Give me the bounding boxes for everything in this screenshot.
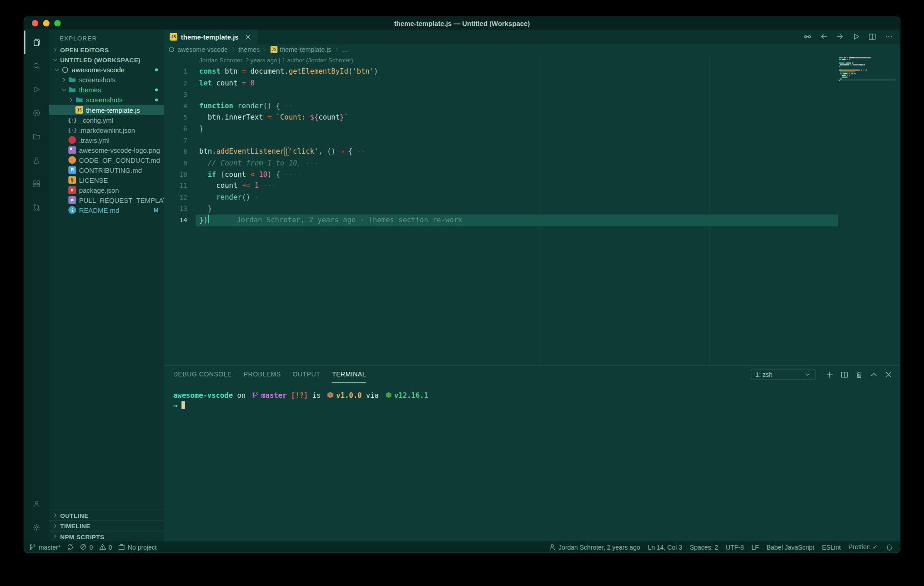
status-jordan-schroter-2-years-ago[interactable]: Jordan Schroter, 2 years ago bbox=[549, 543, 640, 551]
status-spaces-2[interactable]: Spaces: 2 bbox=[690, 543, 718, 551]
status-master[interactable]: master* bbox=[29, 543, 61, 551]
account-activity-button[interactable] bbox=[24, 492, 49, 516]
section-timeline[interactable]: TIMELINE bbox=[49, 520, 164, 531]
status-0[interactable]: 0 bbox=[80, 543, 93, 551]
pull-request-file-icon: ⇄ bbox=[68, 196, 76, 204]
tree-item-contributing-md[interactable]: MCONTRIBUTING.md bbox=[49, 165, 164, 175]
tab-theme-template-js[interactable]: JS theme-template.js bbox=[164, 30, 257, 44]
code-line-4[interactable]: 4function render() { ·· bbox=[164, 100, 900, 112]
split-editor-icon[interactable] bbox=[868, 33, 877, 41]
breadcrumb-theme-template-js[interactable]: JStheme-template.js bbox=[270, 46, 331, 53]
titlebar: theme-template.js — Untitled (Workspace) bbox=[24, 17, 900, 30]
arrow-back-icon[interactable] bbox=[819, 33, 828, 41]
workspace-section[interactable]: UNTITLED (WORKSPACE) bbox=[49, 55, 164, 65]
code-line-10[interactable]: 10 if (count < 10) { ···· bbox=[164, 169, 900, 180]
terminal-select[interactable]: 1: zsh bbox=[751, 369, 816, 380]
code-line-1[interactable]: 1const btn = document.getElementById('bt… bbox=[164, 66, 900, 78]
code-line-12[interactable]: 12 render() · bbox=[164, 192, 900, 203]
code-line-13[interactable]: 13 } bbox=[164, 203, 900, 215]
tree-item-code-of-conduct-md[interactable]: CODE_OF_CONDUCT.md bbox=[49, 155, 164, 165]
status-0[interactable]: 0 bbox=[99, 543, 112, 551]
code-line-5[interactable]: 5 btn.innerText = `Count: ${count}` bbox=[164, 112, 900, 123]
kill-terminal-icon[interactable] bbox=[855, 370, 863, 378]
search-activity-button[interactable] bbox=[24, 54, 49, 78]
minimize-window-button[interactable] bbox=[43, 20, 50, 26]
root-circle-file-icon bbox=[61, 66, 69, 74]
tree-item-theme-template-js[interactable]: JStheme-template.js bbox=[49, 105, 164, 115]
tree-item-package-json[interactable]: npackage.json bbox=[49, 185, 164, 195]
panel-tab-terminal[interactable]: TERMINAL bbox=[332, 366, 366, 383]
account-icon bbox=[32, 500, 40, 508]
more-icon[interactable] bbox=[884, 33, 893, 41]
code-line-3[interactable]: 3 bbox=[164, 89, 900, 100]
code-line-8[interactable]: 8btn.addEventListener('click', () ⇒ { ·· bbox=[164, 146, 900, 158]
settings-gear-activity-button[interactable] bbox=[24, 516, 49, 539]
status-no-project[interactable]: No project bbox=[118, 543, 156, 551]
line-content: })Jordan Schroter, 2 years ago · Themes … bbox=[187, 216, 462, 224]
line-number: 9 bbox=[164, 158, 187, 169]
zoom-window-button[interactable] bbox=[54, 20, 60, 26]
panel-tab-debug-console[interactable]: DEBUG CONSOLE bbox=[173, 366, 232, 383]
breadcrumb-label: theme-template.js bbox=[280, 46, 331, 53]
split-terminal-icon[interactable] bbox=[840, 370, 849, 378]
tree-item-screenshots[interactable]: screenshots bbox=[49, 95, 164, 105]
status-ln-14-col-3[interactable]: Ln 14, Col 3 bbox=[648, 543, 682, 551]
code-line-6[interactable]: 6} bbox=[164, 123, 900, 135]
breadcrumb-themes[interactable]: themes bbox=[238, 46, 260, 53]
arrow-forward-icon[interactable] bbox=[836, 33, 844, 41]
tree-item-pull-request-template-md[interactable]: ⇄PULL_REQUEST_TEMPLATE.md bbox=[49, 195, 164, 205]
code-line-11[interactable]: 11 count += 1 ··· bbox=[164, 180, 900, 192]
code-line-9[interactable]: 9 // Count from 1 to 10. ··· bbox=[164, 158, 900, 169]
run-icon[interactable] bbox=[852, 33, 860, 41]
project-icon bbox=[118, 543, 125, 551]
close-panel-icon[interactable] bbox=[884, 370, 893, 378]
run-debug-activity-button[interactable] bbox=[24, 78, 49, 101]
code-line-7[interactable]: 7 bbox=[164, 135, 900, 146]
git-status-badge: M bbox=[154, 207, 159, 213]
compare-icon[interactable] bbox=[803, 33, 812, 41]
git-change-dot bbox=[155, 98, 158, 101]
tree-item-markdownlint-json[interactable]: {·}.markdownlint.json bbox=[49, 125, 164, 135]
flask-activity-button[interactable] bbox=[24, 149, 49, 172]
status-sync[interactable] bbox=[66, 543, 74, 551]
panel-tab-output[interactable]: OUTPUT bbox=[293, 366, 321, 383]
tree-item-label: theme-template.js bbox=[86, 106, 140, 114]
extensions-activity-button[interactable] bbox=[24, 172, 49, 195]
terminal-output[interactable]: awesome-vscode on master [!?] is v1.0.0 … bbox=[164, 383, 900, 418]
tree-item-themes[interactable]: themes bbox=[49, 85, 164, 95]
close-window-button[interactable] bbox=[32, 20, 38, 26]
open-editors-section[interactable]: OPEN EDITORS bbox=[49, 45, 164, 55]
status-bell[interactable] bbox=[885, 543, 893, 551]
breadcrumb-awesome-vscode[interactable]: awesome-vscode bbox=[168, 46, 228, 53]
maximize-panel-icon[interactable] bbox=[870, 370, 878, 378]
play-circle-activity-button[interactable] bbox=[24, 101, 49, 125]
code-line-14[interactable]: 14})Jordan Schroter, 2 years ago · Theme… bbox=[164, 215, 900, 226]
section-outline[interactable]: OUTLINE bbox=[49, 510, 164, 520]
status-utf-8[interactable]: UTF-8 bbox=[726, 543, 744, 551]
code-editor[interactable]: Jordan Schroter, 2 years ago | 1 author … bbox=[164, 55, 900, 366]
minimap[interactable] bbox=[838, 56, 895, 80]
close-tab-icon[interactable] bbox=[245, 33, 252, 40]
tree-item-readme-md[interactable]: iREADME.mdM bbox=[49, 205, 164, 215]
codelens-blame[interactable]: Jordan Schroter, 2 years ago | 1 author … bbox=[199, 55, 900, 66]
breadcrumb-[interactable]: … bbox=[342, 46, 348, 53]
panel-tab-problems[interactable]: PROBLEMS bbox=[244, 366, 281, 383]
tree-item-license[interactable]: §LICENSE bbox=[49, 175, 164, 185]
status-eslint[interactable]: ESLint bbox=[822, 543, 841, 551]
status-babel-javascript[interactable]: Babel JavaScript bbox=[767, 543, 814, 551]
git-pull-request-activity-button[interactable] bbox=[24, 195, 49, 219]
folder-outline-activity-button[interactable] bbox=[24, 125, 49, 149]
tree-item-travis-yml[interactable]: .travis.yml bbox=[49, 135, 164, 145]
section-npm-scripts[interactable]: NPM SCRIPTS bbox=[49, 531, 164, 541]
status-lf[interactable]: LF bbox=[752, 543, 759, 551]
js-icon: JS bbox=[270, 46, 277, 53]
tree-item-awesome-vscode-logo-png[interactable]: awesome-vscode-logo.png bbox=[49, 145, 164, 155]
workspace-label: UNTITLED (WORKSPACE) bbox=[60, 56, 141, 64]
status-prettier[interactable]: Prettier: ✓ bbox=[849, 543, 878, 551]
new-terminal-icon[interactable] bbox=[826, 370, 834, 378]
files-activity-button[interactable] bbox=[24, 30, 49, 54]
tree-item-screenshots[interactable]: screenshots bbox=[49, 75, 164, 85]
tree-item-config-yml[interactable]: {·}_config.yml bbox=[49, 115, 164, 125]
code-line-2[interactable]: 2let count = 0 bbox=[164, 78, 900, 89]
tree-item-awesome-vscode[interactable]: awesome-vscode bbox=[49, 65, 164, 75]
